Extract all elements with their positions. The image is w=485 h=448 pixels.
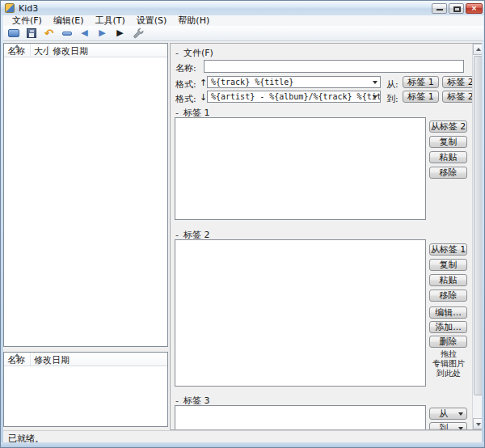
- arrow-down-icon: ↓: [200, 92, 207, 103]
- album-art-drop-hint: 拖拉 专辑图片 到此处: [428, 349, 470, 378]
- folder-list-header: 名称 修改日期: [4, 353, 167, 366]
- file-section-title: 文件(F): [183, 48, 213, 58]
- chevron-down-icon: [373, 95, 377, 99]
- sort-ascending-icon: [15, 353, 19, 357]
- drop-hint-line: 到此处: [428, 369, 470, 378]
- next-file-icon: ▶: [99, 27, 105, 39]
- format-to-tag-combo[interactable]: %{artist} - %{album}/%{track} %{title}: [207, 91, 381, 103]
- tag1-from-tag2-button[interactable]: 从标签 2: [429, 120, 467, 133]
- open-folder-icon: [8, 29, 19, 37]
- chevron-down-icon: [458, 412, 463, 416]
- column-header-modified[interactable]: 修改日期: [31, 353, 167, 366]
- kid3-window: Kid3 × 文件(F) 编辑(E) 工具(T) 设置(S) 帮助(H) ↶ ◀…: [0, 0, 485, 448]
- tag2-from-tag1-button[interactable]: 从标签 1: [429, 243, 467, 256]
- tag-editor-panel: -文件(F) 名称: 格式: ↑ %{track} %{title} 从: 标签…: [170, 43, 483, 430]
- format-from-tag-value: %{track} %{title}: [211, 78, 293, 87]
- previous-file-icon: ◀: [81, 27, 87, 39]
- settings-button[interactable]: [131, 27, 145, 40]
- tag3-from-button[interactable]: 从: [429, 408, 467, 420]
- minimize-button[interactable]: [432, 3, 447, 14]
- sort-ascending-icon: [15, 44, 19, 48]
- previous-file-button[interactable]: ◀: [78, 27, 91, 40]
- window-frame-bottom: [1, 442, 484, 447]
- filename-from-tag1-button[interactable]: 标签 1: [403, 76, 439, 88]
- wrench-icon: [133, 27, 144, 39]
- drop-hint-line: 拖拉: [428, 349, 470, 359]
- toolbar: ↶ ◀ ▶ ▶: [3, 26, 483, 41]
- tag3-to-label: 到: [439, 423, 448, 430]
- tag2-fields-area[interactable]: [175, 239, 426, 387]
- format-to-tag-value: %{artist} - %{album}/%{track} %{title}: [211, 92, 381, 101]
- revert-icon: ↶: [44, 27, 54, 39]
- revert-button[interactable]: ↶: [42, 27, 56, 40]
- tag3-to-button[interactable]: 到: [429, 422, 467, 430]
- tag3-fields-area[interactable]: [175, 405, 426, 430]
- menu-tools[interactable]: 工具(T): [89, 15, 130, 26]
- column-header-size[interactable]: 大小: [31, 44, 49, 57]
- chevron-down-icon: [373, 81, 377, 84]
- menu-help[interactable]: 帮助(H): [172, 15, 215, 26]
- tag1-copy-button[interactable]: 复制: [429, 136, 467, 148]
- filename-input[interactable]: [204, 60, 464, 73]
- tag2-remove-button[interactable]: 移除: [429, 290, 467, 302]
- play-icon: ▶: [116, 27, 123, 39]
- drop-hint-line: 专辑图片: [428, 359, 470, 369]
- frame-delete-button[interactable]: 删除: [429, 336, 467, 348]
- format-to-tag-label: 格式:: [175, 93, 196, 105]
- maximize-button[interactable]: [449, 3, 464, 14]
- play-button[interactable]: ▶: [113, 27, 127, 40]
- maximize-icon: [453, 6, 461, 12]
- file-section-header[interactable]: -文件(F): [175, 47, 213, 59]
- folder-list: 名称 修改日期: [3, 352, 168, 427]
- floppy-save-icon: [27, 28, 36, 38]
- menu-settings[interactable]: 设置(S): [131, 15, 173, 26]
- tag1-from-filename-button[interactable]: 标签 1: [403, 91, 439, 103]
- tag1-remove-button[interactable]: 移除: [429, 167, 467, 179]
- to-label: 到:: [386, 93, 399, 105]
- tag3-from-label: 从: [439, 408, 448, 419]
- folder-list-body[interactable]: [4, 366, 167, 426]
- from-label: 从:: [386, 78, 399, 91]
- file-list-header: 名称 大小 修改日期: [4, 44, 167, 57]
- collapse-icon: -: [175, 48, 183, 58]
- next-file-button[interactable]: ▶: [95, 27, 109, 40]
- kid3-app-icon: [5, 3, 15, 13]
- menubar: 文件(F) 编辑(E) 工具(T) 设置(S) 帮助(H): [3, 15, 483, 26]
- menu-file[interactable]: 文件(F): [6, 15, 48, 26]
- window-frame-left: [1, 1, 3, 447]
- format-from-tag-combo[interactable]: %{track} %{title}: [207, 76, 381, 88]
- column-header-modified[interactable]: 修改日期: [49, 44, 167, 57]
- save-button[interactable]: [24, 27, 38, 40]
- tag2-copy-button[interactable]: 复制: [429, 259, 467, 271]
- titlebar[interactable]: Kid3 ×: [1, 1, 485, 15]
- triangle-down-icon: [476, 423, 481, 426]
- triangle-up-icon: [476, 48, 481, 51]
- file-list-body[interactable]: [4, 57, 167, 346]
- close-button[interactable]: ×: [466, 3, 483, 14]
- menu-edit[interactable]: 编辑(E): [48, 15, 90, 26]
- window-title: Kid3: [19, 3, 38, 14]
- name-label: 名称:: [175, 62, 196, 74]
- format-from-tag-label: 格式:: [175, 78, 196, 91]
- frame-add-button[interactable]: 添加...: [429, 321, 467, 333]
- arrow-up-icon: ↑: [200, 78, 207, 88]
- tag1-paste-button[interactable]: 粘贴: [429, 151, 467, 163]
- minimize-icon: [436, 9, 443, 11]
- tag1-fields-area[interactable]: [175, 117, 426, 220]
- close-icon: ×: [471, 4, 478, 12]
- window-frame-right: [482, 1, 484, 447]
- frame-edit-button[interactable]: 编辑...: [429, 306, 467, 319]
- file-list: 名称 大小 修改日期: [3, 43, 168, 347]
- select-all-icon: [62, 32, 72, 36]
- open-button[interactable]: [6, 27, 20, 40]
- select-all-button[interactable]: [60, 27, 74, 40]
- tag2-paste-button[interactable]: 粘贴: [429, 274, 467, 286]
